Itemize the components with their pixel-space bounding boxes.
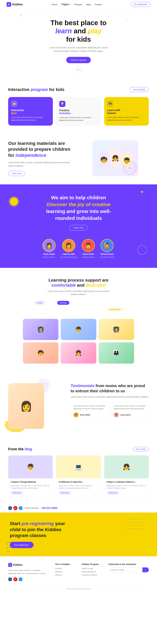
footer-logo: K Kiddies — [8, 563, 49, 567]
teacher-name-gisha: Gisha Horteen — [100, 253, 114, 255]
footer-desc: Lorem ipsum dolor sit amet, consectetur … — [8, 569, 49, 575]
svg-point-24 — [132, 528, 133, 529]
logo-icon: K — [7, 2, 11, 7]
tag-responsible[interactable]: #responsible — [107, 308, 123, 311]
footer-youtube-icon[interactable]: ▶ — [14, 577, 17, 581]
independence-section: Our learning materials are provided to p… — [0, 132, 157, 184]
contact-phone: +58 810-3860 — [41, 507, 57, 510]
author-name-2: Judy Robert — [120, 414, 131, 416]
footer-link-age[interactable]: Based on age — [82, 568, 102, 569]
kids-illustration: 🧒 👧 👦 — [92, 140, 138, 176]
blog-section: From the blog More articles 👦 3 Speech T… — [0, 439, 157, 504]
teacher-avatar-sarah: 👩 — [43, 239, 56, 252]
cta-title: Start pre-registering your child to join… — [10, 521, 72, 538]
contact-label: Call for inquiries: — [25, 507, 39, 509]
footer-col2-list: Based on age Self-development Curriculum… — [82, 568, 102, 576]
program-cards: 🏠 Interactive Quiz Lorem ipsum dolor sit… — [8, 97, 149, 126]
card-title-games: Learn with Games — [107, 109, 146, 115]
nav-home[interactable]: Home — [52, 3, 58, 6]
cta-dots-deco — [124, 518, 144, 531]
footer-logo-icon: K — [8, 563, 12, 567]
independence-circle-deco — [123, 162, 136, 174]
facebook-icon[interactable]: f — [8, 506, 12, 510]
testimonial-card-2: Lorem ipsum dolor sit amet, consectetur … — [111, 402, 149, 420]
newsletter-email-input[interactable] — [108, 568, 142, 572]
blog-desc-2: Singa Blog | Composer Aug 16, 2016 Blog … — [59, 484, 98, 489]
independence-image: 🧒 👧 👦 — [82, 140, 149, 176]
teacher-name-adam: Adam Smith — [83, 253, 94, 255]
svg-point-21 — [142, 525, 143, 526]
program-header: Interactive program for kids Learn progr… — [8, 87, 149, 92]
hero-title: The best place to learn and play for kid… — [39, 19, 118, 44]
learn-program-button[interactable]: Learn program — [130, 87, 149, 92]
author-avatar-1: 👩 — [73, 412, 79, 418]
footer-link-selfdev[interactable]: Self-development — [82, 571, 102, 573]
footer-link-teachers[interactable]: Teachers — [55, 571, 75, 573]
newsletter-submit-button[interactable]: → — [142, 568, 149, 572]
nav-program[interactable]: Program — [74, 3, 82, 6]
svg-point-15 — [142, 522, 143, 523]
testimonials-image-area: ≈≈ 👩 — [8, 383, 64, 429]
photo-2: 👦 — [61, 319, 96, 340]
footer-program-col: Kiddies Program Based on age Self-develo… — [82, 563, 102, 581]
blog-title-1: 3 Speech Therapy Methods — [11, 481, 50, 484]
svg-point-18 — [132, 525, 133, 526]
tag-smart[interactable]: #smart — [34, 301, 45, 305]
photo-1: 👩‍🏫 — [23, 319, 58, 340]
footer-link-facilities[interactable]: Facilities — [55, 568, 75, 569]
nav-blog[interactable]: Blog — [86, 3, 91, 6]
banner-sun-deco — [10, 198, 18, 206]
banner-circle-deco — [137, 245, 147, 255]
testimonials-title: Testimonials from moms who are proud to … — [71, 383, 149, 393]
read-more-button-3[interactable]: Read more — [107, 491, 119, 495]
svg-point-26 — [138, 528, 139, 529]
svg-point-25 — [135, 528, 136, 529]
hero-cta-button[interactable]: Call for inquiries — [66, 57, 91, 63]
hero-section: ✦ ✦ The best place to learn and play for… — [0, 9, 157, 79]
svg-point-20 — [138, 525, 139, 526]
teacher-title-adam: Reading Teacher — [82, 256, 94, 258]
footer-facebook-icon[interactable]: f — [8, 577, 12, 581]
teacher-sarah: 👩 Sarah Adella Science Teacher — [43, 239, 56, 258]
banner-learn-more-button[interactable]: Learn more — [69, 225, 87, 230]
play-button[interactable]: ▶ — [76, 66, 81, 72]
footer-link-curriculum[interactable]: Curriculum Options — [82, 574, 102, 576]
blog-image-2: 💻 — [56, 456, 101, 478]
card-interactive-quiz: 🏠 Interactive Quiz Lorem ipsum dolor sit… — [8, 97, 53, 126]
svg-point-10 — [125, 522, 126, 523]
footer-newsletter-title: Subscribe to the newsletter — [108, 563, 149, 566]
card-desc-games: Lorem ipsum dolor sit amet, consectetur … — [107, 116, 146, 122]
svg-point-17 — [129, 525, 130, 526]
read-more-button-2[interactable]: Read more — [59, 491, 71, 495]
footer-grid: K Kiddies Lorem ipsum dolor sit amet, co… — [8, 563, 149, 581]
svg-point-13 — [135, 522, 136, 523]
tag-friendly[interactable]: #friendly — [57, 301, 69, 305]
youtube-icon[interactable]: ▶ — [14, 506, 17, 510]
kid-figure-2: 👧 — [110, 149, 120, 167]
testimonial-main-image: 👩 — [8, 383, 44, 429]
read-more-button-1[interactable]: Read more — [11, 491, 23, 495]
footer-link-about[interactable]: About us — [55, 574, 75, 576]
banner-title: We aim to help children Discover the joy… — [39, 194, 118, 222]
svg-point-23 — [129, 528, 130, 529]
card-icon-activities: 💡 — [59, 101, 65, 107]
learning-title: Learning process support are comfortable… — [8, 278, 149, 288]
more-articles-button[interactable]: More articles — [133, 447, 149, 452]
pre-registration-button[interactable]: Pre-registration — [131, 2, 150, 7]
teacher-gisha: 🙋 Gisha Horteen Gymnastics Teacher — [100, 239, 114, 258]
independence-title: Our learning materials are provided to p… — [8, 140, 75, 158]
learn-more-button[interactable]: Learn more — [8, 171, 25, 176]
independence-text: Our learning materials are provided to p… — [8, 140, 75, 176]
footer-col2-title: Kiddies Program — [82, 563, 102, 566]
learning-desc: Lorem ipsum dolor sit amet, consectetur … — [47, 290, 110, 296]
logo[interactable]: K Kiddies — [7, 2, 23, 7]
footer-copyright: © 2024 Kiddies. All rights reserved. — [8, 585, 149, 590]
nav-pages[interactable]: Pages — [61, 3, 70, 6]
nav-contact[interactable]: Contact — [95, 3, 102, 6]
footer-twitter-icon[interactable]: t — [19, 577, 23, 581]
teacher-avatar-gisha: 🙋 — [101, 239, 114, 252]
hero-subtitle: Lorem ipsum dolor sit amet, consectetur … — [49, 46, 108, 53]
newsletter-form: → — [108, 568, 149, 572]
photo-4: 🧒 — [23, 342, 58, 364]
twitter-icon[interactable]: t — [19, 506, 23, 510]
